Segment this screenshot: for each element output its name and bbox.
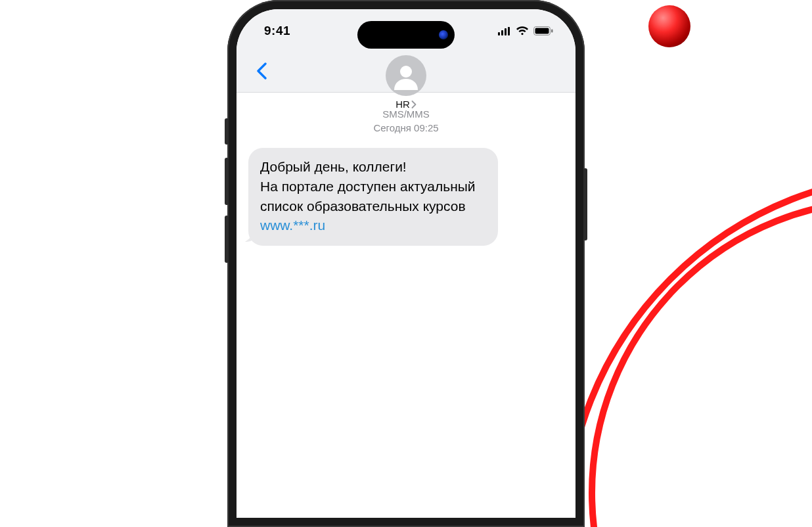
svg-rect-0 [498, 32, 500, 35]
phone-side-button [583, 168, 587, 241]
incoming-message-bubble[interactable]: Добрый день, коллеги!На портале доступен… [248, 148, 498, 246]
message-row: Добрый день, коллеги!На портале доступен… [248, 148, 564, 246]
thread-meta: SMS/MMS Сегодня 09:25 [373, 107, 438, 135]
svg-rect-5 [535, 28, 549, 34]
timestamp-label: Сегодня 09:25 [373, 121, 438, 135]
front-camera-icon [439, 30, 448, 39]
conversation-header: HR [237, 53, 575, 93]
contact-name: HR [395, 99, 410, 110]
message-thread[interactable]: SMS/MMS Сегодня 09:25 Добрый день, колле… [237, 93, 575, 518]
phone-screen: 9:41 [237, 9, 575, 518]
svg-rect-3 [508, 27, 510, 35]
status-time: 9:41 [264, 24, 290, 38]
wifi-icon [516, 26, 529, 35]
bubble-tail [244, 230, 256, 242]
message-link[interactable]: www.***.ru [260, 218, 325, 233]
phone-side-button [225, 158, 229, 205]
battery-icon [533, 26, 553, 35]
back-button[interactable] [247, 57, 276, 85]
avatar [386, 55, 426, 96]
decorative-arc [562, 171, 812, 527]
chevron-left-icon [256, 62, 267, 80]
phone-side-button [225, 216, 229, 263]
chevron-right-icon [411, 101, 417, 108]
svg-point-7 [400, 66, 412, 78]
decorative-arc [589, 197, 812, 527]
svg-rect-2 [505, 28, 507, 35]
contact-info[interactable]: HR [386, 55, 426, 110]
svg-rect-1 [501, 30, 503, 35]
svg-rect-6 [551, 30, 553, 33]
cellular-icon [498, 27, 511, 35]
status-icons [498, 26, 553, 35]
phone-side-button [225, 118, 229, 145]
message-text: Добрый день, коллеги!На портале доступен… [260, 159, 476, 214]
phone-frame: 9:41 [227, 0, 585, 527]
person-icon [392, 61, 420, 90]
dynamic-island [357, 21, 455, 49]
decorative-sphere [648, 5, 690, 47]
